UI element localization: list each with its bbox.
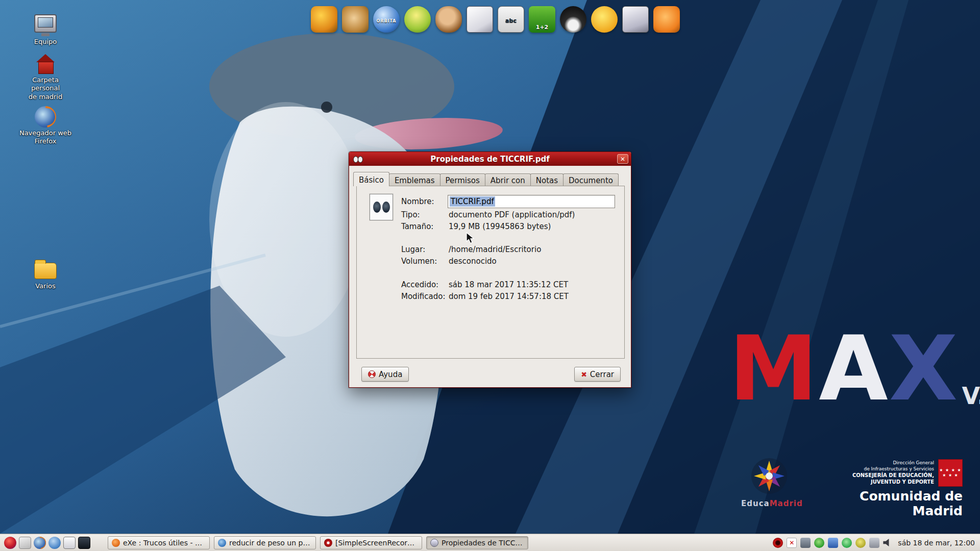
orbita-label: ORBITA [373, 19, 400, 23]
recorder-tray-icon[interactable] [773, 538, 783, 548]
tuxmath-icon[interactable]: 1+2 [529, 6, 555, 33]
system-tray: ✕ sáb 18 de mar, 12:00 [773, 538, 980, 548]
educamadrid-logo: EducaMadrid [741, 457, 797, 508]
field-label-accedido: Accedido: [401, 280, 438, 289]
taskbar-window-buttons: eXe : Trucos útiles - Mo... reducir de p… [108, 536, 528, 549]
penguin-app-icon[interactable] [560, 6, 586, 33]
field-value-volumen: desconocido [449, 257, 497, 266]
tab-emblemas[interactable]: Emblemas [389, 173, 440, 186]
firefox-icon [35, 106, 56, 128]
max-letter-x: X [889, 327, 959, 411]
filename-input[interactable]: TICCRIF.pdf [448, 195, 615, 208]
scratch-icon[interactable] [653, 6, 680, 33]
properties-dialog: Propiedades de TICCRIF.pdf ✕ Básico Embl… [349, 152, 631, 388]
gcompris-icon[interactable] [311, 6, 337, 33]
max-letter-a: A [819, 327, 889, 411]
taskbar-launchers [0, 537, 94, 549]
close-window-button[interactable]: ✕ [617, 154, 628, 164]
battery-tray-icon[interactable] [855, 538, 866, 548]
comunidad-madrid-wordmark: Comunidad de Madrid [810, 489, 963, 518]
terminal-icon[interactable] [78, 537, 90, 549]
field-value-tamano: 19,9 MB (19945863 bytes) [449, 222, 551, 231]
folder-icon [34, 263, 57, 279]
duck-app-icon[interactable] [591, 6, 618, 33]
field-value-tipo: documento PDF (application/pdf) [449, 210, 575, 219]
dialog-titlebar[interactable]: Propiedades de TICCRIF.pdf ✕ [349, 152, 631, 166]
consejeria-line1: CONSEJERÍA DE EDUCACIÓN, [852, 472, 934, 479]
monkey-game-icon[interactable] [435, 6, 462, 33]
tab-basico[interactable]: Básico [353, 172, 389, 186]
update-tray-icon[interactable] [814, 538, 824, 548]
recorder-window-icon [324, 539, 332, 547]
field-label-tipo: Tipo: [401, 210, 420, 219]
max-version: V.9.0 [962, 385, 980, 408]
mouse-cursor [465, 232, 477, 244]
tray-x-icon: ✕ [789, 539, 794, 546]
desktop-icon-carpeta-personal[interactable]: Carpeta personal de madrid [17, 54, 74, 101]
max-letter-m: M [729, 327, 819, 411]
dialog-title: Propiedades de TICCRIF.pdf [349, 155, 631, 164]
clipboard-tray-icon[interactable] [800, 538, 811, 548]
field-value-accedido: sáb 18 mar 2017 11:35:12 CET [449, 280, 568, 289]
cerrar-button[interactable]: ✖ Cerrar [574, 367, 621, 382]
orbita-globe-icon[interactable]: ORBITA [373, 6, 400, 33]
educamadrid-wordmark: EducaMadrid [741, 499, 797, 508]
computer-icon [34, 14, 57, 33]
home-folder-icon [35, 54, 56, 74]
direccion-line1: Dirección General [852, 460, 934, 466]
error-tray-icon[interactable]: ✕ [787, 538, 797, 548]
tuxtype-icon[interactable]: abc [498, 6, 524, 33]
field-value-lugar: /home/madrid/Escritorio [449, 245, 541, 254]
comunidad-madrid-block: Dirección General de Infraestructuras y … [810, 459, 963, 518]
field-label-volumen: Volumen: [401, 257, 437, 266]
taskbar-window-screenrecorder[interactable]: [SimpleScreenRecorder] [320, 536, 422, 549]
tuxmath-label: 1+2 [529, 24, 555, 31]
field-label-tamano: Tamaño: [401, 222, 433, 231]
desktop-icon-firefox[interactable]: Navegador web Firefox [17, 106, 74, 146]
clock[interactable]: sáb 18 de mar, 12:00 [896, 539, 975, 547]
menu-launcher-icon[interactable] [4, 537, 16, 549]
volume-icon[interactable] [883, 538, 892, 547]
dialog-tabbar: Básico Emblemas Permisos Abrir con Notas… [353, 172, 618, 186]
close-x-icon: ✖ [581, 370, 587, 379]
field-label-modificado: Modificado: [401, 292, 445, 301]
help-buoy-icon [368, 370, 376, 378]
direccion-line2: de Infraestructuras y Servicios [852, 466, 934, 472]
consejeria-line2: JUVENTUD Y DEPORTE [852, 479, 934, 485]
kgeography-icon[interactable] [404, 6, 431, 33]
taskbar-window-pdf-page[interactable]: reducir de peso un pdf... [214, 536, 316, 549]
taskbar-window-exe[interactable]: eXe : Trucos útiles - Mo... [108, 536, 210, 549]
firefox-label-line2: Firefox [34, 137, 56, 145]
tab-abrir-con[interactable]: Abrir con [485, 173, 531, 186]
exe-window-icon [112, 539, 120, 547]
bluetooth-tray-icon[interactable] [828, 538, 838, 548]
field-value-modificado: dom 19 feb 2017 14:57:18 CET [449, 292, 569, 301]
show-desktop-icon[interactable] [19, 537, 31, 549]
firefox-label-line1: Navegador web [19, 129, 71, 137]
network-tray-icon[interactable] [842, 538, 852, 548]
tuxpaint-icon[interactable] [342, 6, 369, 33]
desktop-icon-equipo[interactable]: Equipo [17, 14, 74, 46]
properties-window-icon [430, 539, 438, 547]
tab-documento[interactable]: Documento [563, 173, 619, 186]
drawing-pen-icon[interactable] [622, 6, 649, 33]
equipo-label: Equipo [34, 38, 57, 45]
varios-label: Varios [35, 282, 56, 290]
firefox-launcher-icon[interactable] [34, 537, 46, 549]
help-button[interactable]: Ayuda [361, 367, 409, 382]
desktop: ORBITA abc 1+2 Equipo Carpeta personal d… [0, 0, 980, 534]
browser-launcher-icon[interactable] [48, 537, 61, 549]
educamadrid-star-icon [750, 457, 788, 495]
pdf-thumbnail [370, 194, 393, 220]
journal-icon[interactable] [467, 6, 493, 33]
filename-selected-text: TICCRIF.pdf [450, 196, 495, 207]
field-label-lugar: Lugar: [401, 245, 425, 254]
carpeta-label-line1: Carpeta personal [31, 76, 60, 92]
madrid-flag-icon: ★ ★ ★ ★ ★ ★ ★ [938, 459, 963, 487]
tab-notas[interactable]: Notas [530, 173, 564, 186]
file-manager-icon[interactable] [63, 537, 76, 549]
tab-permisos[interactable]: Permisos [440, 173, 485, 186]
settings-tray-icon[interactable] [869, 538, 879, 548]
desktop-icon-varios[interactable]: Varios [17, 258, 74, 290]
taskbar-window-propiedades[interactable]: Propiedades de TICCRI... [426, 536, 528, 549]
